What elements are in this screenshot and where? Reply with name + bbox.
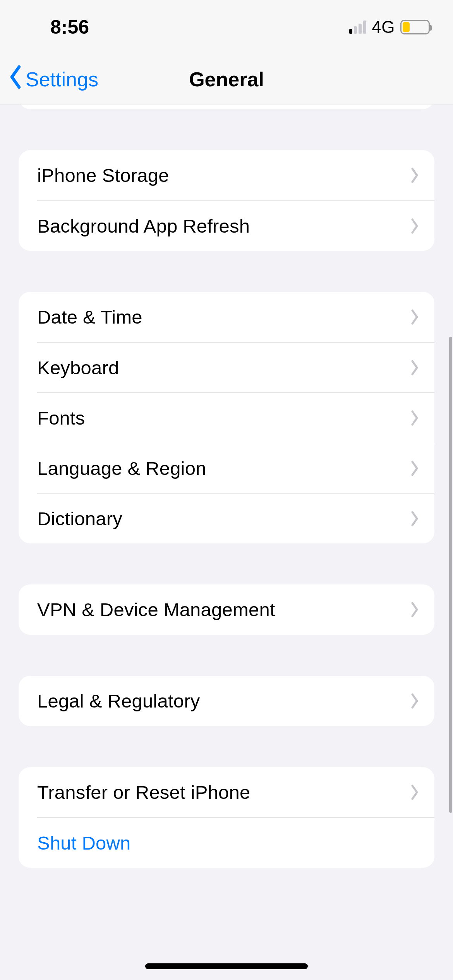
row-vpn-device-management[interactable]: VPN & Device Management xyxy=(19,584,434,635)
settings-group: Transfer or Reset iPhoneShut Down xyxy=(19,767,434,868)
home-indicator xyxy=(145,963,308,969)
cellular-signal-icon xyxy=(349,21,366,34)
status-bar: 8:56 4G xyxy=(0,0,453,54)
back-label: Settings xyxy=(26,68,98,91)
row-label: Date & Time xyxy=(37,306,142,328)
row-label: Shut Down xyxy=(37,832,131,854)
scroll-indicator xyxy=(449,337,452,813)
row-keyboard[interactable]: Keyboard xyxy=(37,342,434,392)
chevron-right-icon xyxy=(410,218,419,234)
row-dictionary[interactable]: Dictionary xyxy=(37,493,434,543)
settings-group: Date & TimeKeyboardFontsLanguage & Regio… xyxy=(19,292,434,543)
status-right: 4G xyxy=(349,17,430,37)
chevron-right-icon xyxy=(410,785,419,800)
status-time: 8:56 xyxy=(50,16,89,38)
settings-group: iPhone StorageBackground App Refresh xyxy=(19,150,434,251)
row-label: Background App Refresh xyxy=(37,215,250,237)
back-button[interactable]: Settings xyxy=(8,54,98,104)
row-legal-regulatory[interactable]: Legal & Regulatory xyxy=(19,676,434,726)
row-language-region[interactable]: Language & Region xyxy=(37,443,434,493)
row-transfer-reset[interactable]: Transfer or Reset iPhone xyxy=(19,767,434,817)
battery-icon xyxy=(400,20,430,34)
settings-group: CarPlay xyxy=(19,105,434,109)
row-label: Transfer or Reset iPhone xyxy=(37,781,250,803)
row-iphone-storage[interactable]: iPhone Storage xyxy=(19,150,434,200)
chevron-right-icon xyxy=(410,410,419,426)
row-label: VPN & Device Management xyxy=(37,599,275,620)
content-scroll[interactable]: CarPlayiPhone StorageBackground App Refr… xyxy=(0,105,453,980)
chevron-right-icon xyxy=(410,693,419,709)
row-date-time[interactable]: Date & Time xyxy=(19,292,434,342)
row-label: Legal & Regulatory xyxy=(37,690,200,712)
chevron-left-icon xyxy=(8,65,23,94)
settings-group: Legal & Regulatory xyxy=(19,676,434,726)
chevron-right-icon xyxy=(410,309,419,325)
row-label: iPhone Storage xyxy=(37,164,169,186)
row-label: Fonts xyxy=(37,407,85,429)
row-shut-down[interactable]: Shut Down xyxy=(37,817,434,868)
chevron-right-icon xyxy=(410,461,419,476)
page-title: General xyxy=(189,68,264,91)
chevron-right-icon xyxy=(410,168,419,183)
chevron-right-icon xyxy=(410,360,419,375)
row-label: Dictionary xyxy=(37,508,122,529)
navigation-bar: Settings General xyxy=(0,54,453,105)
settings-group: VPN & Device Management xyxy=(19,584,434,635)
network-type-label: 4G xyxy=(372,17,395,37)
row-carplay[interactable]: CarPlay xyxy=(19,105,434,109)
row-background-app-refresh[interactable]: Background App Refresh xyxy=(37,200,434,251)
row-label: Keyboard xyxy=(37,357,119,379)
row-label: Language & Region xyxy=(37,457,206,479)
chevron-right-icon xyxy=(410,511,419,526)
chevron-right-icon xyxy=(410,602,419,617)
row-fonts[interactable]: Fonts xyxy=(37,392,434,443)
